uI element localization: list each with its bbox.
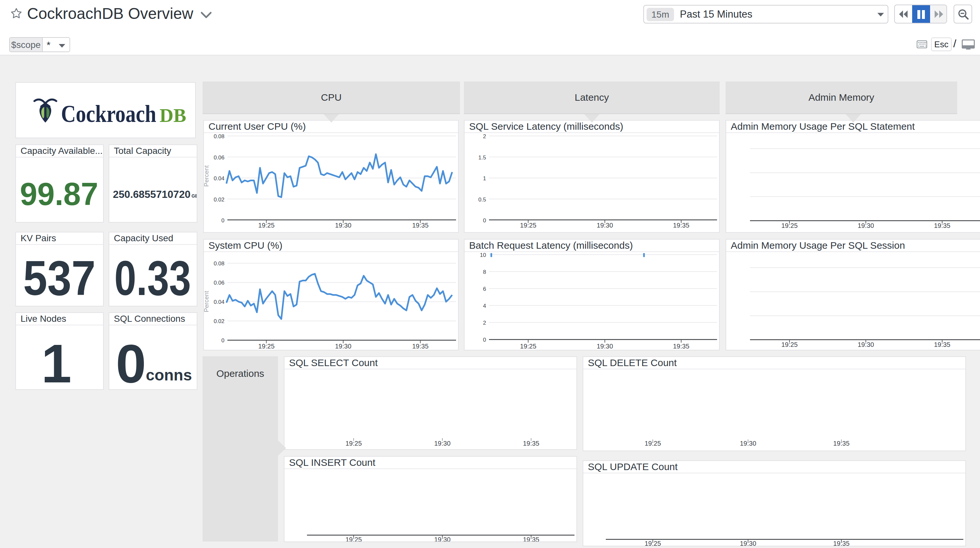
svg-text:6: 6 bbox=[483, 286, 486, 292]
svg-text:19:35: 19:35 bbox=[934, 222, 950, 229]
svg-text:19:25: 19:25 bbox=[644, 540, 661, 546]
svg-text:19:35: 19:35 bbox=[833, 540, 850, 546]
svg-text:0: 0 bbox=[221, 337, 224, 344]
svg-text:0.33: 0.33 bbox=[115, 251, 191, 305]
svg-text:GB: GB bbox=[191, 193, 197, 199]
svg-text:19:35: 19:35 bbox=[523, 440, 539, 447]
svg-text:8: 8 bbox=[483, 269, 486, 275]
svg-text:19:30: 19:30 bbox=[335, 343, 352, 350]
svg-text:250.6855710720: 250.6855710720 bbox=[113, 188, 191, 200]
svg-text:Cockroach: Cockroach bbox=[61, 100, 156, 127]
svg-text:19:25: 19:25 bbox=[258, 222, 274, 229]
svg-text:0.06: 0.06 bbox=[214, 280, 224, 286]
svg-text:19:35: 19:35 bbox=[673, 343, 689, 350]
svg-text:0: 0 bbox=[483, 218, 486, 224]
svg-text:0.04: 0.04 bbox=[214, 299, 224, 305]
svg-text:19:35: 19:35 bbox=[673, 222, 689, 229]
svg-text:19:25: 19:25 bbox=[520, 222, 536, 229]
svg-text:19:30: 19:30 bbox=[858, 341, 874, 348]
svg-text:19:30: 19:30 bbox=[858, 222, 874, 229]
svg-text:19:25: 19:25 bbox=[345, 536, 362, 542]
svg-text:0.02: 0.02 bbox=[214, 318, 224, 324]
svg-text:0.06: 0.06 bbox=[214, 154, 224, 161]
svg-text:19:25: 19:25 bbox=[258, 343, 274, 350]
svg-text:19:25: 19:25 bbox=[781, 222, 798, 229]
svg-text:19:35: 19:35 bbox=[934, 341, 950, 348]
svg-text:2: 2 bbox=[483, 320, 486, 326]
svg-text:conns: conns bbox=[146, 367, 192, 384]
svg-text:19:30: 19:30 bbox=[434, 440, 450, 447]
svg-text:1: 1 bbox=[483, 175, 486, 181]
svg-text:19:30: 19:30 bbox=[740, 440, 756, 447]
svg-text:0.02: 0.02 bbox=[214, 197, 224, 203]
svg-text:0.04: 0.04 bbox=[214, 175, 224, 181]
svg-text:0: 0 bbox=[221, 218, 224, 224]
svg-text:0.5: 0.5 bbox=[478, 197, 486, 203]
svg-text:19:35: 19:35 bbox=[412, 343, 428, 350]
svg-text:Percent: Percent bbox=[204, 165, 210, 187]
svg-text:1.5: 1.5 bbox=[478, 154, 486, 161]
svg-text:19:30: 19:30 bbox=[597, 222, 613, 229]
svg-text:0: 0 bbox=[483, 337, 486, 343]
svg-text:19:25: 19:25 bbox=[781, 341, 798, 348]
svg-text:1: 1 bbox=[41, 333, 72, 389]
svg-text:19:30: 19:30 bbox=[335, 222, 352, 229]
svg-text:19:30: 19:30 bbox=[434, 536, 450, 542]
svg-text:19:35: 19:35 bbox=[523, 536, 539, 542]
svg-text:Percent: Percent bbox=[204, 291, 210, 312]
svg-text:4: 4 bbox=[483, 303, 486, 309]
svg-text:19:30: 19:30 bbox=[740, 540, 756, 546]
svg-text:2: 2 bbox=[483, 133, 486, 140]
svg-text:19:25: 19:25 bbox=[644, 440, 661, 447]
svg-text:19:25: 19:25 bbox=[520, 343, 536, 350]
svg-text:19:35: 19:35 bbox=[412, 222, 428, 229]
svg-text:0.08: 0.08 bbox=[214, 260, 224, 267]
svg-text:537: 537 bbox=[23, 251, 95, 305]
svg-text:10: 10 bbox=[480, 252, 486, 258]
svg-text:99.87: 99.87 bbox=[20, 176, 98, 212]
svg-text:0: 0 bbox=[116, 333, 146, 389]
svg-text:DB: DB bbox=[159, 105, 186, 126]
svg-text:19:35: 19:35 bbox=[833, 440, 850, 447]
svg-text:19:30: 19:30 bbox=[597, 343, 613, 350]
svg-text:0.08: 0.08 bbox=[214, 133, 224, 140]
svg-text:19:25: 19:25 bbox=[345, 440, 362, 447]
